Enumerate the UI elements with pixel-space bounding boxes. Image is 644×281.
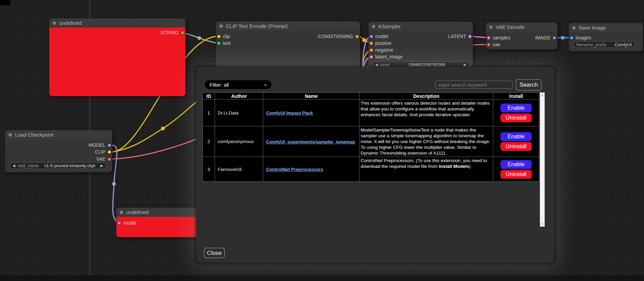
collapse-dot-icon[interactable] [572,26,576,30]
header-author: Author [215,93,263,100]
node-title-text: VAE Decode [496,24,525,30]
node-undefined-top[interactable]: undefined STRING [49,18,185,96]
filename-prefix-widget[interactable]: filename_prefix ComfyUI [573,41,635,48]
collapse-dot-icon[interactable] [9,133,12,137]
output-slot-string[interactable] [181,31,184,34]
input-slot-label: positive [375,40,391,46]
uninstall-button[interactable]: Uninstall [500,142,532,151]
link-dot-clip [161,127,165,130]
output-slot-label: IMAGE [535,35,550,40]
collapse-dot-icon[interactable] [53,21,56,25]
output-slot-model[interactable] [108,144,111,147]
node-load-checkpoint[interactable]: Load Checkpoint MODEL CLIP VAE ◀ ckpt_na… [5,130,112,172]
input-slot-label: images [576,35,591,40]
widget-value: v1-5-pruned-emaonly.ckpt [41,163,98,168]
node-title-bar: Load Checkpoint [5,130,112,139]
cell-description: ModelSamplerTonemapNoiseTest a node that… [360,126,493,157]
enable-button[interactable]: Enable [500,160,532,169]
link-dot-conditioning [362,38,366,42]
close-button[interactable]: Close [204,248,225,258]
input-slot-label: vae [493,42,500,47]
cell-author: comfyanonymous [215,126,263,157]
node-vae-decode[interactable]: VAE Decode samples vae IMAGE [486,22,557,49]
table-scrollbar[interactable]: ▲ ▼ [540,92,545,227]
filter-select[interactable]: Filter: all ⌄ [205,80,271,89]
widget-value: 156680208700286 [392,62,462,67]
widget-value: ComfyUI [608,42,632,47]
increment-arrow-icon[interactable]: ▶ [100,164,103,168]
uninstall-button[interactable]: Uninstall [500,113,532,122]
collapse-dot-icon[interactable] [120,211,123,214]
extension-table: ID Author Name Description Install 1 Dr.… [202,92,539,182]
extension-link[interactable]: ControlNet Preprocessors [266,167,323,172]
output-slot-clip[interactable] [108,151,111,154]
node-ksampler[interactable]: KSampler model positive negative latent_… [368,22,473,71]
cell-description: This extension offers various detector n… [360,100,493,126]
collapse-dot-icon[interactable] [219,24,223,28]
header-description: Description [360,93,493,100]
input-slot-vae[interactable] [487,43,490,46]
enable-button[interactable]: Enable [500,104,532,112]
input-slot-label: latent_image [375,54,402,59]
input-slot-negative[interactable] [370,49,373,52]
cell-install: Enable Uninstall [493,100,539,126]
output-slot-label: STRING [161,30,179,35]
ckpt-name-widget[interactable]: ◀ ckpt_name v1-5-pruned-emaonly.ckpt ▶ [10,162,106,169]
input-slot-clip[interactable] [217,35,220,38]
node-graph-canvas[interactable]: undefined STRING CLIP Text Encode (Promp… [0,0,644,281]
output-slot-label: MODEL [88,142,105,148]
collapse-dot-icon[interactable] [372,25,375,28]
cell-author: Fannovel16 [215,157,263,182]
search-button[interactable]: Search [516,79,542,91]
extension-link[interactable]: ComfyUI_experiments/sampler_tonemap [266,139,355,144]
scroll-down-icon[interactable]: ▼ [540,222,545,227]
node-title-bar: Save Image [569,23,643,32]
chevron-down-icon: ⌄ [263,82,268,87]
output-slot-vae[interactable] [108,158,111,161]
input-slot-samples[interactable] [487,36,490,39]
scroll-up-icon[interactable]: ▲ [540,92,545,98]
input-slot-model[interactable] [118,222,121,225]
search-input[interactable] [435,81,513,89]
node-save-image[interactable]: Save Image images filename_prefix ComfyU… [569,23,643,51]
input-slot-label: clip [223,34,230,39]
node-title-bar: VAE Decode [486,22,557,32]
input-slot-latent-image[interactable] [370,55,373,58]
output-slot-conditioning[interactable] [356,35,359,38]
node-title-bar: KSampler [368,22,473,31]
input-slot-label: negative [375,47,393,53]
cell-id: 3 [203,157,215,182]
output-slot-label: VAE [96,156,105,162]
filter-select-value: Filter: all [210,82,229,88]
input-slot-label: model [123,220,136,226]
link-dot-string [198,36,201,40]
decrement-arrow-icon[interactable]: ◀ [375,63,378,67]
header-id: ID [203,93,215,100]
input-slot-model[interactable] [370,35,373,38]
output-slot-latent[interactable] [468,35,472,38]
node-title-bar: undefined [49,18,185,28]
extension-link[interactable]: ComfyUI Impact Pack [266,110,313,116]
node-body-error [49,28,185,96]
canvas-bottom-edge [0,276,644,281]
decrement-arrow-icon[interactable]: ◀ [13,164,15,168]
input-slot-images[interactable] [570,36,573,39]
header-install: Install [493,93,539,100]
input-slot-positive[interactable] [370,42,373,45]
uninstall-button[interactable]: Uninstall [500,170,532,179]
enable-button[interactable]: Enable [500,132,532,141]
output-slot-image[interactable] [553,36,556,39]
table-header-row: ID Author Name Description Install [203,93,539,100]
cell-install: Enable Uninstall [493,157,539,182]
collapse-dot-icon[interactable] [489,25,493,29]
node-title-text: KSampler [378,23,401,29]
node-title-text: Save Image [579,25,606,31]
node-title-text: undefined [59,20,82,26]
input-slot-text[interactable] [217,42,220,45]
cell-author: Dr.Lt.Data [215,100,263,126]
table-row: 1 Dr.Lt.Data ComfyUI Impact Pack This ex… [203,100,539,126]
input-slot-label: samples [493,35,510,40]
widget-label: filename_prefix [576,42,606,47]
output-slot-label: CLIP [95,149,105,155]
increment-arrow-icon[interactable]: ▶ [464,63,466,67]
